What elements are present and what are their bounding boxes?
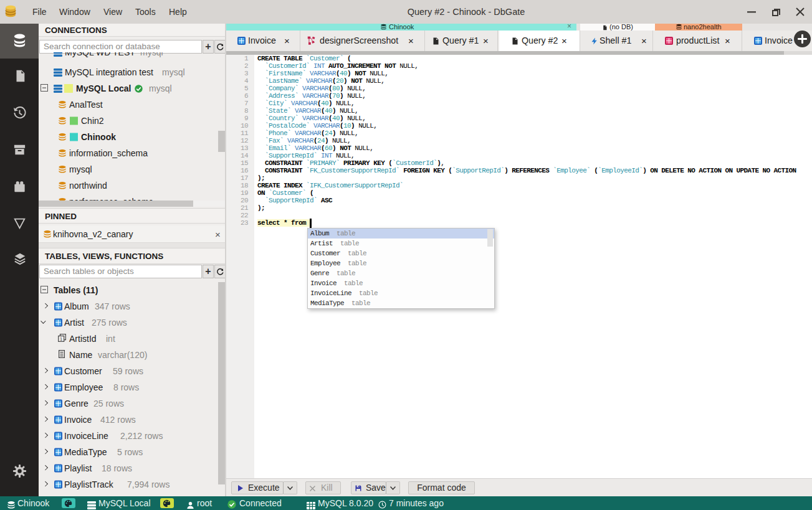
svg-text:1: 1 [60, 336, 62, 342]
